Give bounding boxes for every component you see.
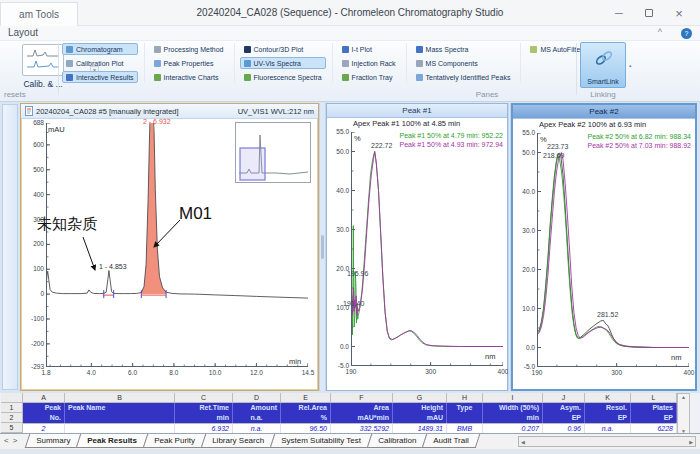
ribbon-button-peak-properties[interactable]: Peak Properties <box>150 57 228 69</box>
spectrum-point-label: 191.40 <box>343 300 364 307</box>
ribbon-collapse-icon[interactable]: ^ <box>658 27 662 37</box>
zoom-selection-rect[interactable] <box>240 148 265 180</box>
sheet-tab-label: Summary <box>36 434 70 447</box>
row-number[interactable]: 2 <box>1 413 23 423</box>
table-header: Area <box>331 403 393 413</box>
collapsed-pane-strip[interactable] <box>2 104 18 390</box>
column-letter-K[interactable]: K <box>585 393 631 403</box>
fluorescence-spectra-icon <box>244 74 251 81</box>
sheet-tab-peak-purity[interactable]: Peak Purity <box>143 434 206 448</box>
minimize-button[interactable]: ─ <box>604 2 634 24</box>
scroll-left-icon[interactable]: ◀ <box>521 439 525 445</box>
column-letter-A[interactable]: A <box>23 393 65 403</box>
tab-scroll-arrows[interactable]: <> <box>4 436 21 445</box>
ribbon-button-label: Mass Spectra <box>426 46 469 53</box>
ribbon-button-label: Tentatively Identified Peaks <box>426 74 511 81</box>
x-axis-unit: nm <box>485 352 495 361</box>
ribbon-button-processing-method[interactable]: Processing Method <box>150 43 228 55</box>
scroll-up-icon[interactable]: ▲ <box>681 394 686 400</box>
ribbon-button-uv-vis-spectra[interactable]: UV-Vis Spectra <box>240 57 326 69</box>
tab-layout[interactable]: Layout <box>8 27 38 38</box>
ribbon-button-injection-rack[interactable]: Injection Rack <box>338 57 400 69</box>
y-tick-label: 30.0 <box>511 227 535 235</box>
column-letter-H[interactable]: H <box>447 393 483 403</box>
row-number[interactable]: 5 <box>1 423 23 433</box>
peak1-legend-green: Peak #1 50% at 4.79 min: 952.22 <box>399 132 503 139</box>
ribbon-button-interactive-charts[interactable]: Interactive Charts <box>150 71 228 83</box>
table-cell[interactable]: 6.932 <box>175 423 233 433</box>
column-letter-G[interactable]: G <box>393 393 447 403</box>
ms-components-icon <box>416 60 423 67</box>
peak1-panel-header[interactable]: Peak #1 <box>327 104 507 118</box>
sheet-tab-audit-trail[interactable]: Audit Trail <box>422 434 480 448</box>
peak2-spectrum-plot[interactable]: Apex Peak #2 100% at 6.93 min % nm Peak … <box>513 119 695 389</box>
table-cell[interactable]: 2 <box>23 423 65 433</box>
column-letter-F[interactable]: F <box>331 393 393 403</box>
smartlink-dropdown-icon[interactable]: ▪ <box>629 63 631 69</box>
column-letter-B[interactable]: B <box>65 393 175 403</box>
table-cell[interactable]: n.a. <box>585 423 631 433</box>
peak1-spectrum-plot[interactable]: Apex Peak #1 100% at 4.85 min % nm Peak … <box>327 118 507 390</box>
ribbon-button-fraction-tray[interactable]: Fraction Tray <box>338 71 400 83</box>
table-header-unit: min <box>175 413 233 423</box>
close-button[interactable]: × <box>664 2 694 24</box>
table-cell[interactable]: 6228 <box>631 423 677 433</box>
column-letter-J[interactable]: J <box>543 393 585 403</box>
column-letter-L[interactable]: L <box>631 393 677 403</box>
x-tick-label: 14.5 <box>294 369 322 377</box>
ribbon-button-interactive-results[interactable]: Interactive Results <box>62 71 138 83</box>
calibration-plot-icon <box>66 60 73 67</box>
tentatively-identified-peaks-icon <box>416 74 423 81</box>
sheet-tab-label: Peak Purity <box>154 434 195 447</box>
column-letter-E[interactable]: E <box>281 393 331 403</box>
column-letter-D[interactable]: D <box>233 393 281 403</box>
table-header-unit: mAU*min <box>331 413 393 423</box>
ribbon-button-label: Fluorescence Spectra <box>254 74 322 81</box>
table-cell[interactable]: 96.50 <box>281 423 331 433</box>
table-cell[interactable] <box>65 423 175 433</box>
ribbon-button-calibration-plot[interactable]: Calibration Plot <box>62 57 138 69</box>
sheet-tab-label: Calibration <box>378 434 416 447</box>
table-cell[interactable]: 0.96 <box>543 423 585 433</box>
table-vertical-scrollbar[interactable]: ▲ ▼ <box>677 393 690 435</box>
ribbon-button-chromatogram[interactable]: Chromatogram <box>62 43 138 55</box>
table-cell[interactable]: 0.207 <box>483 423 543 433</box>
table-cell[interactable]: 332.5292 <box>331 423 393 433</box>
peak2-panel-header[interactable]: Peak #2 <box>513 105 695 119</box>
x-axis-unit: nm <box>671 353 681 362</box>
ribbon-button-fluorescence-spectra[interactable]: Fluorescence Spectra <box>240 71 326 83</box>
sheet-tab-system-suitability-test[interactable]: System Suitability Test <box>270 434 372 448</box>
status-strip <box>0 449 700 454</box>
smartlink-button[interactable]: SmartLink <box>580 42 626 88</box>
sheet-tab-peak-results[interactable]: Peak Results <box>76 434 148 448</box>
sheet-tab-summary[interactable]: Summary <box>25 434 82 448</box>
fraction-tray-icon <box>342 74 349 81</box>
zoom-overview-inset[interactable] <box>235 122 311 183</box>
sheet-tab-calibration[interactable]: Calibration <box>367 434 428 448</box>
table-cell[interactable]: BMB <box>447 423 483 433</box>
x-tick-label: 190 <box>337 368 365 376</box>
column-letter-I[interactable]: I <box>483 393 543 403</box>
chromatogram-panel-header[interactable]: 20240204_CA028 #5 [manually integrated] … <box>21 104 318 119</box>
ribbon-button-contour-3d-plot[interactable]: Contour/3D Plot <box>240 43 326 55</box>
ribbon-button-mass-spectra[interactable]: Mass Spectra <box>412 43 515 55</box>
table-header: Peak <box>23 403 65 413</box>
table-header-unit: n.a. <box>233 413 281 423</box>
help-icon[interactable]: ? <box>681 28 692 39</box>
row-number[interactable]: 1 <box>1 403 23 413</box>
scroll-right-icon[interactable]: ▶ <box>689 439 693 445</box>
ribbon-button-i-t-plot[interactable]: I-t Plot <box>338 43 400 55</box>
column-letter-C[interactable]: C <box>175 393 233 403</box>
ribbon-button-tentatively-identified-peaks[interactable]: Tentatively Identified Peaks <box>412 71 515 83</box>
table-cell[interactable]: 1489.31 <box>393 423 447 433</box>
table-header-unit: min <box>483 413 543 423</box>
restore-button[interactable] <box>634 2 664 24</box>
context-tab-tools[interactable]: am Tools <box>0 2 78 26</box>
table-cell[interactable]: n.a. <box>233 423 281 433</box>
sheet-tab-library-search[interactable]: Library Search <box>201 434 276 448</box>
main-peak-annotation: M01 <box>179 204 212 224</box>
table-corner[interactable] <box>1 393 23 403</box>
ribbon-button-ms-components[interactable]: MS Components <box>412 57 515 69</box>
table-horizontal-scrollbar[interactable]: ◀ ▶ <box>518 436 696 447</box>
chromatogram-plot[interactable]: mAU min 2 - 6.932 1 - 4.853 未知杂质 M01 688… <box>21 119 318 390</box>
